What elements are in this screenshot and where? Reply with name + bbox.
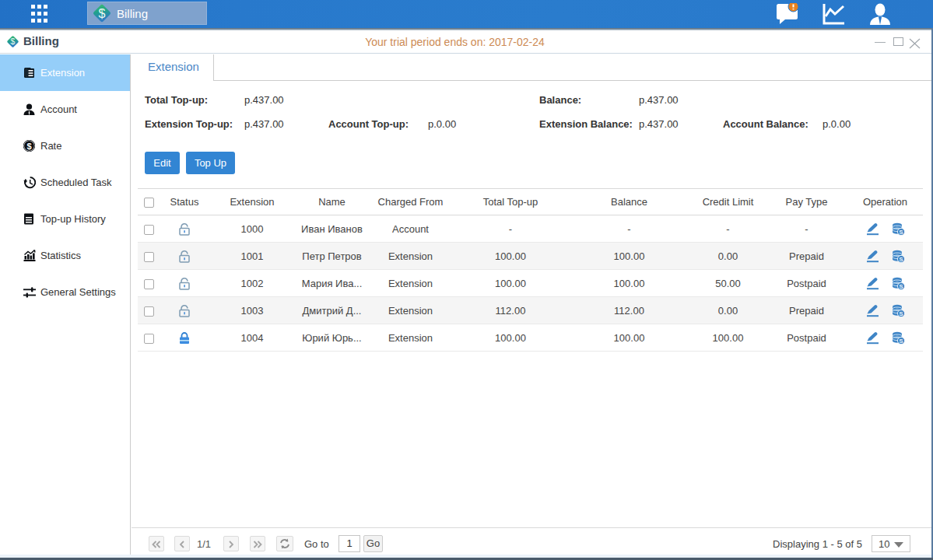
svg-text:$: $: [26, 142, 31, 151]
svg-text:$: $: [99, 7, 106, 20]
